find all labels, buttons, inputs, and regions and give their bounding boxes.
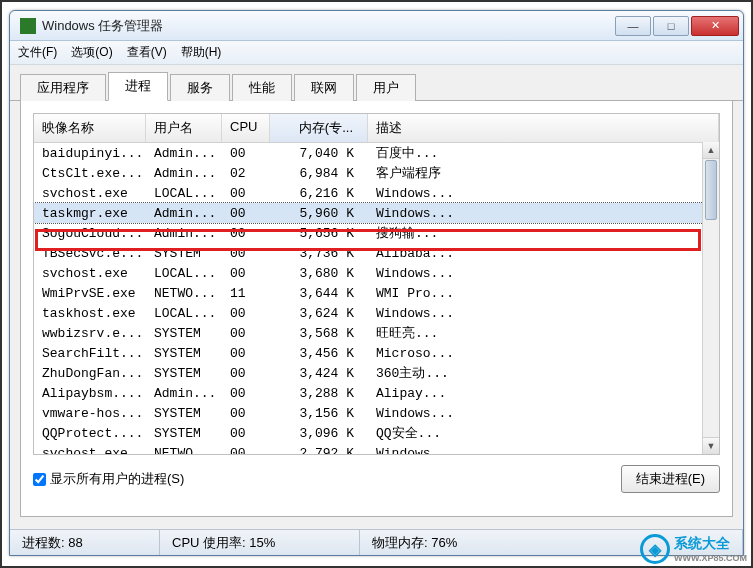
cell-cpu: 00 [222, 206, 270, 221]
cell-mem: 3,456 K [270, 346, 368, 361]
cell-mem: 3,680 K [270, 266, 368, 281]
tab-performance[interactable]: 性能 [232, 74, 292, 101]
table-row[interactable]: SearchFilt...SYSTEM003,456 KMicroso... [34, 343, 719, 363]
minimize-button[interactable]: — [615, 16, 651, 36]
status-cpu-usage: CPU 使用率: 15% [160, 530, 360, 555]
cell-user: Admin... [146, 146, 222, 161]
cell-cpu: 00 [222, 266, 270, 281]
tabbar: 应用程序 进程 服务 性能 联网 用户 [10, 75, 743, 101]
table-row[interactable]: svchost.exeLOCAL...006,216 KWindows... [34, 183, 719, 203]
table-row[interactable]: TBSecSvc.e...SYSTEM003,736 KAlibaba... [34, 243, 719, 263]
cell-image: taskhost.exe [34, 306, 146, 321]
tab-content: 映像名称 用户名 CPU 内存(专... 描述 baidupinyi...Adm… [20, 101, 733, 517]
table-row[interactable]: ZhuDongFan...SYSTEM003,424 K360主动... [34, 363, 719, 383]
cell-desc: QQ安全... [368, 424, 719, 442]
cell-desc: 搜狗输... [368, 224, 719, 242]
tab-services[interactable]: 服务 [170, 74, 230, 101]
menu-options[interactable]: 选项(O) [71, 44, 112, 61]
table-row[interactable]: wwbizsrv.e...SYSTEM003,568 K旺旺亮... [34, 323, 719, 343]
cell-user: Admin... [146, 226, 222, 241]
cell-image: SogouCloud... [34, 226, 146, 241]
app-icon [20, 18, 36, 34]
table-row[interactable]: taskhost.exeLOCAL...003,624 KWindows... [34, 303, 719, 323]
scroll-down-arrow[interactable]: ▼ [703, 437, 719, 454]
table-header: 映像名称 用户名 CPU 内存(专... 描述 [34, 114, 719, 143]
cell-image: wwbizsrv.e... [34, 326, 146, 341]
cell-mem: 6,984 K [270, 166, 368, 181]
col-username[interactable]: 用户名 [146, 114, 222, 142]
cell-mem: 6,216 K [270, 186, 368, 201]
cell-image: ZhuDongFan... [34, 366, 146, 381]
cell-user: LOCAL... [146, 186, 222, 201]
cell-desc: 旺旺亮... [368, 324, 719, 342]
cell-image: WmiPrvSE.exe [34, 286, 146, 301]
cell-user: SYSTEM [146, 346, 222, 361]
cell-user: LOCAL... [146, 266, 222, 281]
col-cpu[interactable]: CPU [222, 114, 270, 142]
statusbar: 进程数: 88 CPU 使用率: 15% 物理内存: 76% [10, 529, 743, 555]
menu-view[interactable]: 查看(V) [127, 44, 167, 61]
window-title: Windows 任务管理器 [42, 17, 615, 35]
cell-user: Admin... [146, 206, 222, 221]
cell-mem: 3,096 K [270, 426, 368, 441]
watermark-text2: WWW.XP85.COM [674, 553, 747, 563]
end-process-button[interactable]: 结束进程(E) [621, 465, 720, 493]
table-row[interactable]: CtsClt.exe...Admin...026,984 K客户端程序 [34, 163, 719, 183]
cell-cpu: 00 [222, 306, 270, 321]
cell-user: Admin... [146, 386, 222, 401]
col-image-name[interactable]: 映像名称 [34, 114, 146, 142]
cell-user: NETWO... [146, 446, 222, 456]
cell-cpu: 00 [222, 246, 270, 261]
cell-mem: 3,424 K [270, 366, 368, 381]
cell-cpu: 00 [222, 406, 270, 421]
show-all-users-input[interactable] [33, 473, 46, 486]
titlebar[interactable]: Windows 任务管理器 — □ ✕ [10, 11, 743, 41]
cell-mem: 3,736 K [270, 246, 368, 261]
cell-desc: Windows... [368, 406, 719, 421]
table-row[interactable]: Alipaybsm....Admin...003,288 KAlipay... [34, 383, 719, 403]
cell-user: Admin... [146, 166, 222, 181]
menu-help[interactable]: 帮助(H) [181, 44, 222, 61]
table-row[interactable]: baidupinyi...Admin...007,040 K百度中... [34, 143, 719, 163]
cell-cpu: 00 [222, 366, 270, 381]
tab-users[interactable]: 用户 [356, 74, 416, 101]
close-button[interactable]: ✕ [691, 16, 739, 36]
cell-mem: 5,960 K [270, 206, 368, 221]
cell-image: SearchFilt... [34, 346, 146, 361]
tab-applications[interactable]: 应用程序 [20, 74, 106, 101]
menu-file[interactable]: 文件(F) [18, 44, 57, 61]
cell-cpu: 11 [222, 286, 270, 301]
table-row[interactable]: QQProtect....SYSTEM003,096 KQQ安全... [34, 423, 719, 443]
cell-user: SYSTEM [146, 366, 222, 381]
cell-image: baidupinyi... [34, 146, 146, 161]
table-row[interactable]: svchost.exeNETWO...002,792 KWindows... [34, 443, 719, 455]
cell-mem: 7,040 K [270, 146, 368, 161]
table-row[interactable]: vmware-hos...SYSTEM003,156 KWindows... [34, 403, 719, 423]
cell-user: LOCAL... [146, 306, 222, 321]
table-row[interactable]: SogouCloud...Admin...005,656 K搜狗输... [34, 223, 719, 243]
col-description[interactable]: 描述 [368, 114, 719, 142]
maximize-button[interactable]: □ [653, 16, 689, 36]
cell-user: SYSTEM [146, 246, 222, 261]
watermark-text1: 系统大全 [674, 535, 747, 553]
cell-desc: Alibaba... [368, 246, 719, 261]
show-all-users-checkbox[interactable]: 显示所有用户的进程(S) [33, 470, 184, 488]
scroll-thumb[interactable] [705, 160, 717, 220]
col-memory[interactable]: 内存(专... [270, 114, 368, 142]
cell-image: CtsClt.exe... [34, 166, 146, 181]
watermark-logo-icon: ◈ [640, 534, 670, 564]
tab-processes[interactable]: 进程 [108, 72, 168, 101]
table-row[interactable]: taskmgr.exeAdmin...005,960 KWindows... [34, 203, 719, 223]
tab-network[interactable]: 联网 [294, 74, 354, 101]
vertical-scrollbar[interactable]: ▲ ▼ [702, 142, 719, 454]
cell-user: SYSTEM [146, 426, 222, 441]
cell-image: svchost.exe [34, 266, 146, 281]
cell-desc: Alipay... [368, 386, 719, 401]
table-row[interactable]: WmiPrvSE.exeNETWO...113,644 KWMI Pro... [34, 283, 719, 303]
scroll-up-arrow[interactable]: ▲ [703, 142, 719, 159]
table-row[interactable]: svchost.exeLOCAL...003,680 KWindows... [34, 263, 719, 283]
cell-cpu: 00 [222, 186, 270, 201]
table-body: baidupinyi...Admin...007,040 K百度中...CtsC… [34, 143, 719, 455]
cell-image: TBSecSvc.e... [34, 246, 146, 261]
cell-desc: WMI Pro... [368, 286, 719, 301]
